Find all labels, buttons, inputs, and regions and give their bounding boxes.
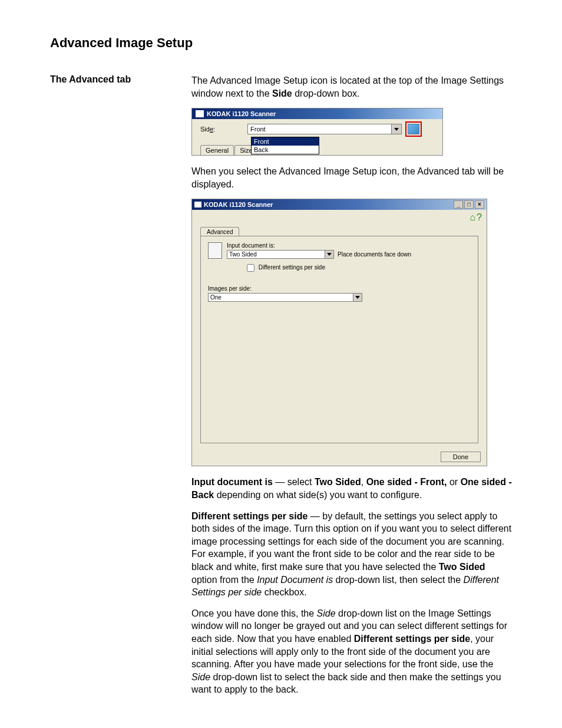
input-document-value: Two Sided (227, 251, 325, 258)
advanced-image-setup-button[interactable] (405, 121, 422, 137)
page-title: Advanced Image Setup (50, 35, 512, 51)
chevron-down-icon (394, 128, 399, 131)
intro-text-c: drop-down box. (292, 88, 360, 98)
maximize-icon[interactable]: □ (464, 200, 474, 209)
screenshot-image-settings-top: KODAK i1120 Scanner Side: Front Front Ba… (191, 108, 443, 156)
window-titlebar: KODAK i1120 Scanner (192, 108, 442, 119)
window-title: KODAK i1120 Scanner (207, 110, 276, 117)
intro-paragraph: The Advanced Image Setup icon is located… (191, 74, 512, 100)
txt: drop-down list to select the back side a… (191, 672, 501, 695)
txt: Two Sided (315, 477, 361, 487)
side-dropdown-paragraph: Once you have done this, the Side drop-d… (191, 607, 512, 696)
scanner-icon (194, 202, 201, 207)
window-titlebar: KODAK i1120 Scanner _ □ × (192, 199, 487, 210)
txt: Input document is (191, 477, 273, 487)
side-heading: The Advanced tab (50, 74, 191, 85)
side-label-accel: e (210, 126, 213, 133)
advanced-panel: Input document is: Two Sided Place docum… (200, 236, 478, 443)
window-title: KODAK i1120 Scanner (204, 201, 273, 208)
side-label: Side: (200, 126, 247, 133)
images-per-side-dropdown[interactable]: One (208, 293, 362, 302)
txt: — select (273, 477, 315, 487)
dropdown-button[interactable] (325, 251, 333, 258)
images-per-side-label: Images per side: (208, 285, 471, 292)
advanced-image-setup-icon (408, 124, 419, 134)
dropdown-button[interactable] (353, 294, 362, 301)
different-settings-checkbox[interactable] (247, 264, 254, 272)
txt: One sided - Front, (366, 477, 447, 487)
different-settings-label: Different settings per side (259, 265, 325, 271)
side-dropdown-value: Front (248, 124, 391, 134)
txt: Different settings per side (191, 511, 308, 521)
home-icon[interactable]: ⌂ (470, 212, 475, 223)
intro-side-bold: Side (272, 88, 292, 98)
side-option-back[interactable]: Back (252, 146, 319, 154)
txt: Different settings per side (354, 634, 470, 644)
txt: Once you have done this, the (191, 608, 317, 618)
close-icon[interactable]: × (475, 200, 484, 209)
input-document-paragraph: Input document is — select Two Sided, On… (191, 476, 512, 501)
txt: checkbox. (262, 587, 306, 597)
scanner-icon (196, 110, 204, 117)
side-dropdown-list[interactable]: Front Back (251, 137, 319, 154)
txt: Two Sided (439, 562, 485, 572)
txt: Side (191, 672, 210, 682)
tab-general[interactable]: General (200, 145, 234, 155)
screenshot-advanced-tab: KODAK i1120 Scanner _ □ × ⌂ ? Advanced (191, 199, 487, 466)
help-icon[interactable]: ? (477, 212, 482, 223)
document-icon (208, 242, 222, 259)
txt: or (447, 477, 461, 487)
side-option-front[interactable]: Front (252, 137, 319, 146)
txt: depending on what side(s) you want to co… (214, 490, 422, 500)
txt: drop-down list, then select the (333, 575, 463, 585)
side-dropdown[interactable]: Front (247, 124, 402, 134)
chevron-down-icon (355, 296, 360, 299)
dropdown-button[interactable] (391, 124, 401, 134)
chevron-down-icon (327, 253, 332, 256)
minimize-icon[interactable]: _ (454, 200, 463, 209)
input-document-label: Input document is: (227, 242, 471, 249)
txt: Input Document is (257, 575, 333, 585)
images-per-side-value: One (209, 294, 353, 301)
place-documents-note: Place documents face down (338, 251, 411, 258)
mid-paragraph: When you select the Advanced Image Setup… (191, 165, 512, 190)
input-document-dropdown[interactable]: Two Sided (227, 250, 334, 259)
different-settings-paragraph: Different settings per side — by default… (191, 510, 512, 599)
txt: option from the (191, 575, 257, 585)
txt: Side (317, 608, 336, 618)
tab-advanced[interactable]: Advanced (200, 227, 239, 236)
done-button[interactable]: Done (441, 452, 481, 462)
txt: , (361, 477, 366, 487)
